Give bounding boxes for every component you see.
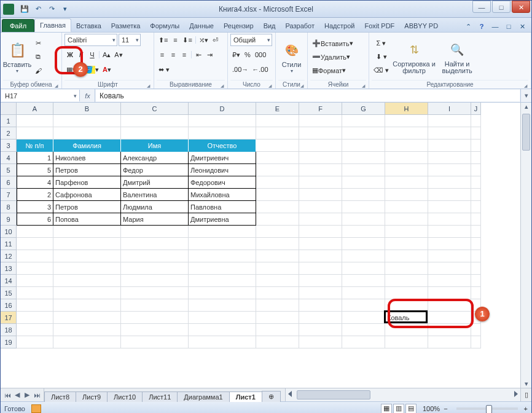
cell-G13[interactable] [342, 262, 385, 275]
cell-F18[interactable] [299, 324, 342, 336]
cell-C8[interactable]: Людмила [121, 201, 189, 213]
cell-D13[interactable] [189, 262, 256, 275]
cell-I4[interactable] [428, 152, 471, 164]
row-header-3[interactable]: 3 [1, 140, 17, 152]
cell-G18[interactable] [342, 324, 385, 336]
cell-B11[interactable] [53, 238, 121, 250]
cell-I17[interactable] [428, 312, 471, 324]
cell-C18[interactable] [121, 324, 189, 336]
cell-B6[interactable]: Парфенов [53, 176, 121, 189]
cell-F3[interactable] [299, 140, 342, 152]
cell-H14[interactable] [385, 275, 428, 287]
cell-D14[interactable] [189, 275, 256, 287]
bold-button[interactable]: Ж [65, 49, 76, 61]
cell-I10[interactable] [428, 226, 471, 238]
cell-F6[interactable] [299, 176, 342, 189]
font-color-button[interactable]: A▾ [101, 63, 113, 76]
cell-H6[interactable] [385, 176, 428, 189]
cell-H13[interactable] [385, 262, 428, 275]
cell-D19[interactable] [189, 336, 256, 348]
tab-developer[interactable]: Разработ [281, 20, 319, 32]
sheet-next-icon[interactable]: ▶ [23, 391, 31, 399]
cell-A15[interactable] [17, 287, 53, 299]
cell-G10[interactable] [342, 226, 385, 238]
cell-E13[interactable] [256, 262, 299, 275]
italic-button[interactable]: К [76, 49, 87, 61]
formula-input[interactable] [100, 92, 516, 100]
cell-E19[interactable] [256, 336, 299, 348]
cell-E17[interactable] [256, 312, 299, 324]
align-left-button[interactable]: ≡ [157, 49, 168, 61]
cell-G9[interactable] [342, 213, 385, 226]
autosum-button[interactable]: Σ ▾ [372, 37, 391, 50]
cell-G5[interactable] [342, 164, 385, 176]
row-header-9[interactable]: 9 [1, 213, 17, 226]
tab-home[interactable]: Главная [34, 18, 71, 32]
cell-J1[interactable] [471, 115, 481, 127]
cut-button[interactable]: ✂ [33, 37, 44, 50]
view-normal-button[interactable]: ▦ [381, 404, 392, 414]
col-header-C[interactable]: C [121, 103, 189, 115]
cell-B14[interactable] [53, 275, 121, 287]
decrease-decimal-button[interactable]: ←.00 [250, 63, 270, 76]
cell-H11[interactable] [385, 238, 428, 250]
cell-E9[interactable] [256, 213, 299, 226]
cell-F12[interactable] [299, 250, 342, 262]
clear-button[interactable]: ⌫ ▾ [372, 65, 391, 77]
cell-I12[interactable] [428, 250, 471, 262]
cell-I11[interactable] [428, 238, 471, 250]
cell-A6[interactable]: 4 [17, 176, 53, 189]
zoom-in-button[interactable]: + [524, 405, 528, 412]
cell-C14[interactable] [121, 275, 189, 287]
cell-D7[interactable]: Михайловна [189, 189, 256, 201]
cell-H1[interactable] [385, 115, 428, 127]
wrap-text-button[interactable]: ⏎ [210, 34, 221, 46]
cell-E7[interactable] [256, 189, 299, 201]
cell-E1[interactable] [256, 115, 299, 127]
cell-I3[interactable] [428, 140, 471, 152]
col-header-F[interactable]: F [299, 103, 342, 115]
cell-D2[interactable] [189, 127, 256, 140]
cell-F14[interactable] [299, 275, 342, 287]
cell-B13[interactable] [53, 262, 121, 275]
formula-expand-icon[interactable]: ▾ [520, 89, 531, 102]
col-header-A[interactable]: A [17, 103, 53, 115]
horizontal-scroll-thumb[interactable] [297, 390, 370, 399]
cell-E12[interactable] [256, 250, 299, 262]
cell-C13[interactable] [121, 262, 189, 275]
cell-D4[interactable]: Дмитриевич [189, 152, 256, 164]
cell-G8[interactable] [342, 201, 385, 213]
cell-F7[interactable] [299, 189, 342, 201]
col-header-H[interactable]: H [385, 103, 428, 115]
cell-F4[interactable] [299, 152, 342, 164]
cell-D10[interactable] [189, 226, 256, 238]
increase-indent-button[interactable]: ⇥ [204, 49, 215, 61]
cell-C17[interactable] [121, 312, 189, 324]
sheet-last-icon[interactable]: ⏭ [33, 391, 41, 399]
cell-C11[interactable] [121, 238, 189, 250]
cell-F13[interactable] [299, 262, 342, 275]
row-header-17[interactable]: 17 [1, 312, 17, 324]
cell-A18[interactable] [17, 324, 53, 336]
row-header-12[interactable]: 12 [1, 250, 17, 262]
delete-cells-button[interactable]: ➖ Удалить ▾ [310, 51, 366, 63]
close-button[interactable]: ✕ [512, 1, 530, 13]
row-header-2[interactable]: 2 [1, 127, 17, 140]
cell-B5[interactable]: Петров [53, 164, 121, 176]
col-header-D[interactable]: D [189, 103, 256, 115]
align-right-button[interactable]: ≡ [179, 49, 190, 61]
tab-formulas[interactable]: Формулы [145, 20, 184, 32]
cell-F5[interactable] [299, 164, 342, 176]
cell-A2[interactable] [17, 127, 53, 140]
cell-F10[interactable] [299, 226, 342, 238]
cell-A13[interactable] [17, 262, 53, 275]
cell-I5[interactable] [428, 164, 471, 176]
cell-A5[interactable]: 5 [17, 164, 53, 176]
row-header-11[interactable]: 11 [1, 238, 17, 250]
copy-button[interactable]: ⧉ [33, 51, 44, 63]
cell-G14[interactable] [342, 275, 385, 287]
cell-B15[interactable] [53, 287, 121, 299]
qat-dropdown-icon[interactable]: ▾ [60, 4, 71, 15]
cell-J9[interactable] [471, 213, 481, 226]
cell-G15[interactable] [342, 287, 385, 299]
